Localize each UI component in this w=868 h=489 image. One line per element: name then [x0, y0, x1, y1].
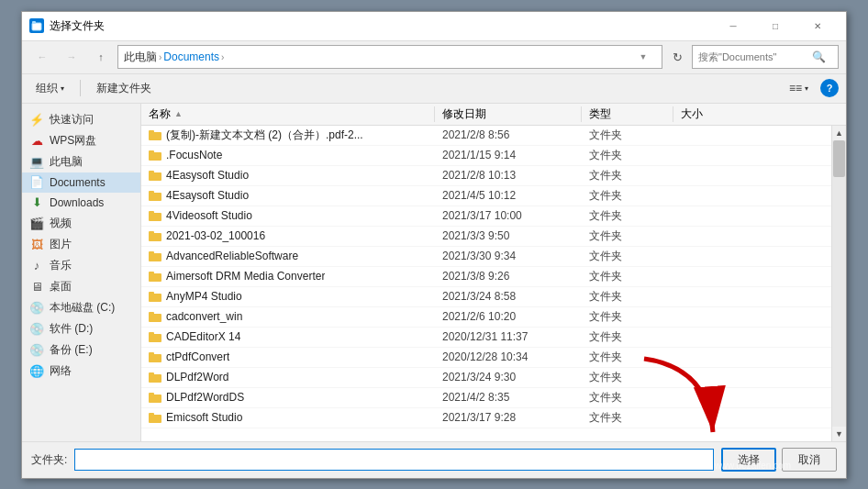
view-arrow: ▾ [805, 84, 808, 93]
video-icon: 🎬 [29, 216, 44, 230]
table-row[interactable]: ctPdfConvert 2020/12/28 10:34 文件夹 [141, 348, 831, 368]
refresh-button[interactable]: ↻ [666, 46, 688, 68]
close-button[interactable]: ✕ [796, 11, 839, 40]
sidebar-item-pc[interactable]: 💻 此电脑 [22, 151, 140, 172]
organize-button[interactable]: 组织 ▾ [29, 78, 71, 99]
file-date: 2020/12/31 11:37 [435, 330, 582, 343]
sidebar-item-desktop[interactable]: 🖥 桌面 [22, 276, 140, 297]
folder-icon [149, 372, 161, 383]
file-name: CADEditorX 14 [141, 330, 435, 343]
file-name-text: CADEditorX 14 [166, 330, 240, 343]
table-row[interactable]: 2021-03-02_100016 2021/3/3 9:50 文件夹 [141, 227, 831, 247]
address-toolbar: ← → ↑ 此电脑 › Documents › ▼ ↻ 🔍 [22, 41, 846, 74]
file-date: 2021/3/8 9:26 [435, 270, 582, 283]
sidebar-item-network[interactable]: 🌐 网络 [22, 361, 140, 382]
sidebar-item-pictures[interactable]: 🖼 图片 [22, 234, 140, 255]
table-row[interactable]: (复制)-新建文本文档 (2)（合并）.pdf-2... 2021/2/8 8:… [141, 126, 831, 146]
back-button[interactable]: ← [29, 44, 55, 70]
sidebar-item-label-quick: 快速访问 [50, 112, 94, 128]
type-col-label: 类型 [589, 106, 611, 122]
crumb-sep-1: › [159, 52, 161, 62]
file-type: 文件夹 [582, 309, 673, 325]
forward-button[interactable]: → [59, 44, 84, 70]
file-name: 2021-03-02_100016 [141, 229, 435, 242]
file-name-text: AnyMP4 Studio [166, 290, 242, 303]
help-button[interactable]: ? [820, 79, 839, 97]
file-date: 2021/2/8 10:13 [435, 169, 582, 182]
table-row[interactable]: AdvancedReliableSoftware 2021/3/30 9:34 … [141, 247, 831, 267]
view-button[interactable]: ≡≡ ▾ [783, 79, 815, 97]
type-column-header[interactable]: 类型 [582, 106, 673, 122]
sidebar-item-wps[interactable]: ☁ WPS网盘 [22, 130, 140, 151]
sidebar-item-label-documents: Documents [50, 176, 106, 189]
up-button[interactable]: ↑ [88, 44, 114, 70]
file-name-text: DLPdf2Word [166, 371, 228, 383]
table-row[interactable]: 4Easysoft Studio 2021/2/8 10:13 文件夹 [141, 166, 831, 186]
search-input[interactable] [698, 51, 808, 62]
scroll-thumb[interactable] [833, 140, 845, 177]
sidebar-item-label-pc: 此电脑 [50, 154, 83, 170]
sidebar-item-documents[interactable]: 📄 Documents [22, 172, 140, 193]
size-col-label: 大小 [681, 106, 703, 122]
sidebar-item-cdrive[interactable]: 💿 本地磁盘 (C:) [22, 297, 140, 318]
table-row[interactable]: 4Videosoft Studio 2021/3/17 10:00 文件夹 [141, 206, 831, 227]
file-type: 文件夹 [582, 350, 673, 365]
folder-icon [149, 211, 161, 221]
sidebar-item-ddrive[interactable]: 💿 软件 (D:) [22, 318, 140, 339]
organize-arrow: ▾ [61, 84, 64, 93]
date-column-header[interactable]: 修改日期 [435, 106, 582, 122]
c-drive-icon: 💿 [29, 300, 44, 315]
wps-drive-icon: ☁ [29, 133, 44, 148]
scroll-down-button[interactable]: ▼ [832, 427, 847, 441]
main-area: ⚡ 快速访问 ☁ WPS网盘 💻 此电脑 📄 Documents ⬇ Downl… [22, 104, 846, 441]
minimize-button[interactable]: ─ [712, 11, 754, 40]
table-row[interactable]: Emicsoft Studio 2021/3/17 9:28 文件夹 [141, 408, 831, 428]
file-name: 4Videosoft Studio [141, 209, 435, 222]
scroll-up-button[interactable]: ▲ [832, 126, 847, 140]
file-type: 文件夹 [582, 228, 673, 244]
name-column-header[interactable]: 名称 ▲ [141, 106, 435, 122]
sidebar-item-label-cdrive: 本地磁盘 (C:) [50, 300, 115, 316]
sidebar-item-downloads[interactable]: ⬇ Downloads [22, 193, 140, 213]
sidebar-item-quick[interactable]: ⚡ 快速访问 [22, 109, 140, 130]
folder-input[interactable] [74, 449, 714, 471]
table-row[interactable]: DLPdf2WordDS 2021/4/2 8:35 文件夹 [141, 388, 831, 408]
crumb-documents[interactable]: Documents [163, 50, 219, 63]
sidebar: ⚡ 快速访问 ☁ WPS网盘 💻 此电脑 📄 Documents ⬇ Downl… [22, 104, 141, 441]
table-row[interactable]: Aimersoft DRM Media Converter 2021/3/8 9… [141, 267, 831, 287]
table-row[interactable]: CADEditorX 14 2020/12/31 11:37 文件夹 [141, 328, 831, 348]
file-name-text: AdvancedReliableSoftware [166, 250, 298, 262]
search-bar[interactable]: 🔍 [692, 45, 839, 69]
sidebar-item-video[interactable]: 🎬 视频 [22, 213, 140, 234]
dropdown-arrow[interactable]: ▼ [630, 44, 656, 70]
file-type: 文件夹 [582, 168, 673, 183]
documents-icon: 📄 [29, 175, 44, 190]
sidebar-item-music[interactable]: ♪ 音乐 [22, 255, 140, 276]
file-name-text: 4Videosoft Studio [166, 209, 252, 222]
file-date: 2020/12/28 10:34 [435, 350, 582, 363]
crumb-pc[interactable]: 此电脑 [124, 50, 157, 65]
sidebar-item-edrive[interactable]: 💿 备份 (E:) [22, 339, 140, 361]
new-folder-button[interactable]: 新建文件夹 [90, 78, 158, 99]
table-row[interactable]: cadconvert_win 2021/2/6 10:20 文件夹 [141, 307, 831, 328]
file-date: 2021/3/24 8:58 [435, 290, 582, 303]
table-row[interactable]: .FocusNote 2021/1/15 9:14 文件夹 [141, 146, 831, 166]
file-name: DLPdf2WordDS [141, 391, 435, 404]
folder-icon [149, 150, 161, 161]
date-col-label: 修改日期 [442, 106, 486, 122]
size-column-header[interactable]: 大小 [673, 106, 846, 122]
table-row[interactable]: AnyMP4 Studio 2021/3/24 8:58 文件夹 [141, 287, 831, 307]
search-icon[interactable]: 🔍 [812, 50, 826, 63]
folder-icon [149, 272, 161, 282]
file-name-text: (复制)-新建文本文档 (2)（合并）.pdf-2... [166, 128, 363, 143]
table-row[interactable]: DLPdf2Word 2021/3/24 9:30 文件夹 [141, 368, 831, 388]
scroll-track[interactable] [832, 140, 846, 427]
table-row[interactable]: 4Esaysoft Studio 2021/4/5 10:12 文件夹 [141, 186, 831, 206]
maximize-button[interactable]: □ [754, 11, 796, 40]
scrollbar[interactable]: ▲ ▼ [831, 126, 846, 441]
file-name-text: 4Esaysoft Studio [166, 189, 249, 202]
file-name-text: .FocusNote [166, 149, 222, 161]
address-bar[interactable]: 此电脑 › Documents › ▼ [117, 45, 662, 69]
app-icon [29, 18, 44, 33]
file-type: 文件夹 [582, 289, 673, 305]
